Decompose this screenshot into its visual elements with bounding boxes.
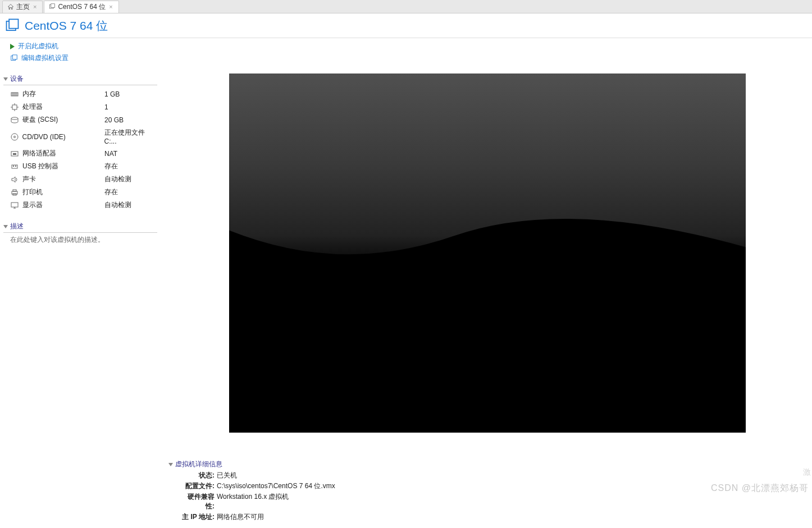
svg-rect-23 [13,166,14,167]
svg-rect-12 [12,105,17,109]
device-label: 声卡 [22,175,101,184]
device-label: 显示器 [22,200,101,210]
svg-rect-22 [12,165,17,168]
device-row-disk[interactable]: 硬盘 (SCSI) 20 GB [10,113,157,126]
device-label: 网络适配器 [22,149,101,158]
device-label: 硬盘 (SCSI) [22,115,101,125]
tab-vm-label: CentOS 7 64 位 [58,2,106,12]
detail-value: C:\sys\iso\centos7\CentOS 7 64 位.vmx [217,481,335,491]
activate-hint: 激 [803,467,811,478]
device-row-net[interactable]: 网络适配器 NAT [10,147,157,160]
printer-icon [10,189,19,196]
tabs-bar: 主页 × CentOS 7 64 位 × [0,0,812,13]
detail-key: 主 IP 地址: [180,512,215,522]
device-value: 自动检测 [104,175,131,184]
vm-title-icon [4,18,20,34]
edit-settings-label: 编辑虚拟机设置 [21,53,69,63]
device-value: 存在 [104,187,118,197]
disk-icon [10,117,19,123]
device-value: 1 GB [104,90,120,98]
power-on-label: 开启此虚拟机 [18,42,58,51]
device-row-usb[interactable]: USB 控制器 存在 [10,160,157,173]
vm-tab-icon [49,3,56,10]
vm-preview-wrap [163,38,812,456]
device-value: 20 GB [104,116,124,124]
vm-details-section: 虚拟机详细信息 状态: 已关机 配置文件: C:\sys\iso\centos7… [163,456,812,528]
network-icon [10,150,19,157]
svg-point-18 [11,134,18,140]
device-value: 自动检测 [104,200,131,210]
display-icon [10,202,19,209]
device-value: 正在使用文件 C:... [104,128,157,145]
device-row-printer[interactable]: 打印机 存在 [10,186,157,199]
vm-details-header-label: 虚拟机详细信息 [175,460,222,469]
device-value: NAT [104,150,117,158]
home-icon [7,3,14,10]
description-placeholder[interactable]: 在此处键入对该虚拟机的描述。 [10,233,157,245]
edit-icon [10,54,18,62]
detail-value: Workstation 16.x 虚拟机 [217,492,289,511]
power-on-button[interactable]: 开启此虚拟机 [10,40,157,52]
device-label: 处理器 [22,102,101,112]
svg-rect-3 [9,19,18,28]
device-row-sound[interactable]: 声卡 自动检测 [10,173,157,186]
sound-icon [10,176,19,183]
detail-value: 网络信息不可用 [217,512,264,522]
close-icon[interactable]: × [108,3,113,10]
vm-details-header[interactable]: 虚拟机详细信息 [168,460,806,470]
detail-value: 已关机 [217,471,237,480]
chevron-down-icon [3,77,8,81]
title-bar: CentOS 7 64 位 [0,13,812,38]
close-icon[interactable]: × [32,3,38,10]
devices-section: 设备 内存 1 GB 处理器 1 硬盘 (SCSI) 20 GB [10,74,157,212]
device-label: USB 控制器 [22,162,101,171]
chevron-down-icon [3,225,8,228]
vm-screen-preview[interactable] [229,74,746,433]
device-value: 1 [104,103,108,111]
description-section: 描述 在此处键入对该虚拟机的描述。 [10,222,157,245]
svg-rect-21 [13,153,16,155]
devices-header[interactable]: 设备 [3,74,157,85]
cd-icon [10,133,19,141]
device-label: 内存 [22,89,101,99]
device-row-memory[interactable]: 内存 1 GB [10,88,157,100]
vm-screen-gloss [229,74,746,433]
description-header-label: 描述 [10,222,24,231]
detail-row-state: 状态: 已关机 [180,470,806,481]
content-pane: 虚拟机详细信息 状态: 已关机 配置文件: C:\sys\iso\centos7… [163,38,812,528]
cpu-icon [10,103,19,111]
device-row-cpu[interactable]: 处理器 1 [10,100,157,113]
device-label: CD/DVD (IDE) [22,133,101,141]
device-value: 存在 [104,162,118,171]
svg-rect-24 [15,166,16,167]
detail-row-ip: 主 IP 地址: 网络信息不可用 [180,512,806,522]
device-row-cd[interactable]: CD/DVD (IDE) 正在使用文件 C:... [10,126,157,147]
edit-settings-button[interactable]: 编辑虚拟机设置 [10,52,157,64]
sidebar: 开启此虚拟机 编辑虚拟机设置 设备 内存 1 GB 处理 [0,38,163,528]
page-title: CentOS 7 64 位 [25,18,108,34]
detail-key: 硬件兼容性: [180,492,215,511]
device-label: 打印机 [22,187,101,197]
svg-point-17 [11,117,18,120]
tab-home[interactable]: 主页 × [2,1,43,13]
memory-icon [10,91,19,97]
detail-row-config: 配置文件: C:\sys\iso\centos7\CentOS 7 64 位.v… [180,481,806,492]
description-header[interactable]: 描述 [3,222,157,233]
detail-key: 状态: [180,471,215,480]
detail-key: 配置文件: [180,481,215,491]
tab-vm[interactable]: CentOS 7 64 位 × [44,1,118,13]
svg-rect-28 [11,203,18,207]
tab-home-label: 主页 [16,2,30,12]
play-icon [10,44,15,49]
detail-row-compat: 硬件兼容性: Workstation 16.x 虚拟机 [180,492,806,512]
usb-icon [10,163,19,170]
device-row-display[interactable]: 显示器 自动检测 [10,199,157,212]
svg-rect-26 [13,190,16,191]
devices-header-label: 设备 [10,74,24,84]
svg-rect-5 [12,54,17,59]
svg-rect-1 [51,4,55,8]
chevron-down-icon [168,463,173,466]
svg-point-19 [13,136,15,137]
